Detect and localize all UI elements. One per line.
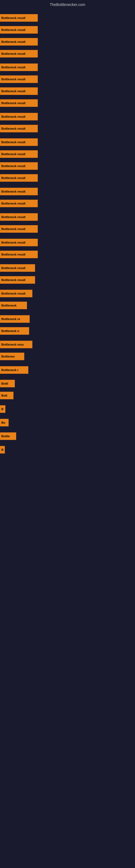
bar-label: Bottleneck — [1, 304, 16, 307]
bar-label: Bottleneck result — [1, 267, 26, 270]
bar-item: Bottleneck re — [0, 315, 30, 323]
bar-label: Bottleneck result — [1, 292, 26, 295]
bar-label: Bottleneck re — [1, 317, 20, 321]
bar-label: Bottleneck resu — [1, 343, 24, 346]
bar-label: Bott — [1, 394, 7, 397]
bar-label: Bottleneck result — [1, 278, 26, 282]
bar-item: Bottleneck resu — [0, 341, 32, 348]
bar-item: Bottleneck result — [0, 276, 35, 284]
bar-item: Bottleneck result — [0, 38, 38, 45]
bar-label: Bottleneck result — [1, 66, 26, 69]
bar-item: Bottleneck r — [0, 366, 28, 374]
bar-item: Bo — [0, 419, 9, 426]
bar-label: Bottleneck result — [1, 190, 26, 193]
bar-label: Bottleneck result — [1, 28, 26, 31]
bar-item: Bottleneck result — [0, 113, 38, 120]
bar-label: Bottleneck result — [1, 176, 26, 180]
bar-item: Bottleneck result — [0, 75, 38, 83]
bar-label: B — [1, 407, 3, 411]
bar-item: Bottleneck — [0, 302, 27, 309]
bar-label: Bottleneck result — [1, 127, 26, 130]
bar-label: Bottleneck result — [1, 141, 26, 144]
bar-item: Bottleneck result — [0, 162, 38, 170]
bar-item: Bottleneck result — [0, 264, 35, 272]
bar-item: Bottleneck result — [0, 26, 38, 34]
bar-item: Bottleneck result — [0, 99, 38, 107]
bar-item: Bottleneck result — [0, 251, 38, 258]
bar-item: Bottleneck result — [0, 188, 38, 195]
bar-label: Bottlenec — [1, 355, 15, 358]
bar-item: Bottleneck result — [0, 63, 38, 71]
bar-item: Bottlenec — [0, 352, 24, 360]
bar-label: B — [1, 448, 3, 452]
bar-item: Bottleneck result — [0, 199, 38, 207]
bar-item: Bottleneck result — [0, 213, 38, 221]
bar-item: Bottleneck result — [0, 125, 38, 132]
bar-label: Bottleneck result — [1, 241, 26, 244]
bar-item: B — [0, 405, 5, 413]
bar-label: Bottleneck result — [1, 16, 26, 20]
bar-label: Bottle — [1, 435, 10, 438]
bar-item: Bott — [0, 392, 13, 399]
bar-label: Bottleneck result — [1, 101, 26, 105]
bar-item: Bottleneck result — [0, 174, 38, 182]
bar-item: Bottleneck result — [0, 50, 38, 58]
bar-label: Bottleneck result — [1, 115, 26, 118]
header: TheBottlenecker.com — [0, 0, 135, 9]
bar-label: Bottleneck result — [1, 52, 26, 55]
bar-label: Bottleneck result — [1, 202, 26, 205]
bar-item: Bottleneck result — [0, 225, 38, 233]
bar-item: Bottleneck result — [0, 290, 32, 297]
bar-item: Bottleneck result — [0, 239, 38, 246]
bar-label: Bottleneck result — [1, 152, 26, 156]
bar-label: Bottleneck result — [1, 253, 26, 256]
bar-label: Bottleneck result — [1, 40, 26, 43]
bar-label: Bottl — [1, 382, 8, 385]
bar-item: Bottleneck result — [0, 87, 38, 95]
site-title: TheBottlenecker.com — [50, 2, 85, 7]
bar-item: Bottleneck result — [0, 150, 38, 158]
bar-item: Bottl — [0, 380, 15, 388]
bar-label: Bottleneck n — [1, 329, 19, 333]
bar-label: Bottleneck result — [1, 215, 26, 219]
bar-label: Bo — [1, 421, 5, 424]
bar-item: Bottle — [0, 432, 16, 440]
bar-label: Bottleneck r — [1, 368, 18, 372]
bar-label: Bottleneck result — [1, 164, 26, 167]
bar-label: Bottleneck result — [1, 78, 26, 81]
chart-area: Bottleneck resultBottleneck resultBottle… — [0, 9, 135, 866]
bar-item: Bottleneck result — [0, 14, 38, 22]
bar-item: Bottleneck result — [0, 138, 38, 146]
bar-item: Bottleneck n — [0, 327, 29, 335]
bar-label: Bottleneck result — [1, 90, 26, 93]
bar-item: B — [0, 446, 5, 454]
bar-label: Bottleneck result — [1, 227, 26, 230]
